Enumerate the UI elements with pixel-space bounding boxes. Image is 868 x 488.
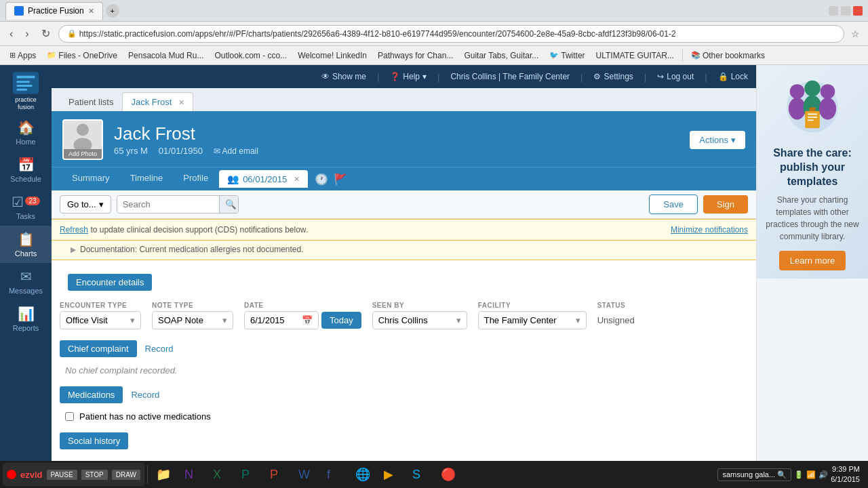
help-icon: ❓ (390, 72, 400, 81)
tab-close-btn[interactable]: ✕ (88, 7, 94, 16)
taskbar-powerpoint[interactable]: P (264, 463, 292, 486)
learn-more-btn[interactable]: Learn more (779, 251, 846, 270)
samsung-search[interactable]: samsung gala... 🔍 (717, 468, 791, 481)
bookmark-linkedin[interactable]: Welcome! LinkedIn (294, 49, 371, 62)
help-btn[interactable]: ❓ Help ▾ (390, 72, 427, 81)
taskbar-facebook[interactable]: f (321, 463, 349, 486)
publisher-icon: P (241, 468, 250, 482)
bookmark-star[interactable]: ☆ (848, 28, 863, 39)
logout-btn[interactable]: ↪ Log out (657, 72, 694, 81)
sign-btn[interactable]: Sign (703, 195, 748, 214)
encounter-tab-close[interactable]: ✕ (294, 175, 300, 184)
timeline-tab-label: Timeline (130, 173, 163, 183)
new-tab-btn[interactable]: + (106, 4, 119, 18)
notif-expand-icon[interactable]: ▶ (71, 245, 76, 254)
sign-label: Sign (717, 199, 734, 209)
no-active-medications-row: Patient has no active medications (60, 409, 748, 427)
taskbar-chrome2[interactable]: 🔴 (435, 463, 462, 486)
taskbar-sep1 (147, 465, 148, 484)
actions-btn[interactable]: Actions ▾ (690, 131, 745, 149)
taskbar-explorer[interactable]: 📁 (151, 463, 178, 486)
sidebar-logo[interactable]: practice fusion (5, 70, 46, 111)
tab-profile[interactable]: Profile (174, 167, 218, 190)
encounter-body: Refresh to update clinical decision supp… (52, 219, 756, 488)
taskbar-skype[interactable]: S (407, 463, 434, 486)
history-icon[interactable]: 🕐 (315, 173, 328, 186)
sidebar-item-reports[interactable]: 📊 Reports (0, 300, 52, 338)
ezvid-pause-btn[interactable]: PAUSE (47, 470, 77, 480)
tab-jack-frost[interactable]: Jack Frost ✕ (122, 92, 193, 111)
bookmark-onedrive[interactable]: 📁 Files - OneDrive (43, 49, 121, 62)
bookmark-guitar[interactable]: Guitar Tabs, Guitar... (460, 49, 542, 62)
refresh-btn[interactable]: ↻ (37, 26, 54, 41)
note-type-select[interactable]: SOAP Note ▾ (152, 311, 233, 329)
taskbar-mediaplayer[interactable]: ▶ (378, 463, 406, 486)
chief-complaint-record-link[interactable]: Record (145, 344, 174, 354)
sidebar-item-messages[interactable]: ✉ Messages (0, 263, 52, 300)
medications-header: Medications (60, 386, 123, 403)
taskbar-onenote[interactable]: N (179, 463, 206, 486)
encounter-fields-row: ENCOUNTER TYPE Office Visit ▾ NOTE TYPE … (60, 302, 748, 329)
tab-patient-lists[interactable]: Patient lists (60, 92, 122, 111)
sub-nav: Summary Timeline Profile 👥 06/01/2015 ✕ … (52, 167, 756, 190)
add-email-btn[interactable]: ✉ Add email (214, 146, 258, 156)
address-bar[interactable]: 🔒 https://static.practicefusion.com/apps… (58, 25, 844, 43)
settings-btn[interactable]: ⚙ Settings (593, 72, 633, 81)
show-me-btn[interactable]: 👁 Show me (321, 72, 366, 81)
sidebar-item-charts[interactable]: 📋 Charts (0, 226, 52, 263)
refresh-link[interactable]: Refresh (60, 225, 88, 235)
add-photo-btn[interactable]: Add Photo (64, 149, 102, 159)
search-btn[interactable]: 🔍 (219, 196, 239, 213)
bookmark-ultimateguitar[interactable]: ULTIMATE GUITAR... (592, 49, 678, 62)
medications-title-row: Medications Record (60, 386, 748, 403)
window-minimize[interactable] (829, 6, 838, 16)
flag-icon[interactable]: 🚩 (334, 173, 347, 186)
user-info: Chris Collins | The Family Center (450, 72, 570, 81)
sidebar-item-schedule[interactable]: 📅 Schedule (0, 151, 52, 188)
apps-icon: ⊞ (9, 51, 16, 60)
goto-btn[interactable]: Go to... ▾ (60, 195, 111, 214)
seen-by-select[interactable]: Chris Collins ▾ (372, 311, 467, 329)
window-close[interactable] (853, 6, 863, 16)
today-btn[interactable]: Today (321, 312, 361, 329)
facility-select[interactable]: The Family Center ▾ (478, 311, 587, 329)
medications-section: Medications Record Patient has no active… (52, 386, 756, 432)
taskbar-publisher[interactable]: P (236, 463, 263, 486)
forward-btn[interactable]: › (21, 26, 33, 41)
facility-chevron: ▾ (576, 315, 580, 325)
svg-point-8 (790, 84, 805, 99)
bookmark-outlook[interactable]: Outlook.com - cco... (210, 49, 291, 62)
ezvid-draw-btn[interactable]: DRAW (112, 470, 140, 480)
minimize-link[interactable]: Minimize notifications (671, 225, 748, 235)
bookmark-other[interactable]: 📚 Other bookmarks (687, 49, 769, 62)
no-active-medications-checkbox[interactable] (65, 412, 74, 421)
status-group: STATUS Unsigned (597, 302, 635, 325)
lock-btn[interactable]: 🔒 Lock (718, 72, 748, 81)
taskbar-chrome[interactable]: 🌐 (350, 463, 377, 486)
window-maximize[interactable] (841, 6, 850, 16)
ezvid-stop-btn[interactable]: STOP (81, 470, 108, 480)
tab-close-icon[interactable]: ✕ (178, 98, 184, 106)
search-input[interactable] (117, 196, 219, 213)
encounter-tab[interactable]: 👥 06/01/2015 ✕ (219, 170, 308, 188)
bookmark-pathways[interactable]: Pathways for Chan... (374, 49, 457, 62)
bookmark-mudrun[interactable]: Pensacola Mud Ru... (124, 49, 208, 62)
sidebar-item-tasks[interactable]: ☑ 23 Tasks (0, 188, 52, 226)
tab-timeline[interactable]: Timeline (121, 167, 173, 190)
facility-label: FACILITY (478, 302, 587, 309)
sidebar-item-home[interactable]: 🏠 Home (0, 114, 52, 151)
bookmark-apps[interactable]: ⊞ Apps (5, 49, 40, 62)
back-btn[interactable]: ‹ (5, 26, 17, 41)
tab-summary[interactable]: Summary (62, 167, 119, 190)
encounter-type-select[interactable]: Office Visit ▾ (60, 311, 141, 329)
taskbar-excel[interactable]: X (208, 463, 235, 486)
save-btn[interactable]: Save (649, 195, 698, 214)
taskbar-word[interactable]: W (293, 463, 320, 486)
ad-body: Share your charting templates with other… (765, 194, 860, 243)
url-text: https://static.practicefusion.com/apps/e… (79, 29, 835, 39)
medications-record-link[interactable]: Record (131, 390, 159, 400)
notification-message: Refresh to update clinical decision supp… (60, 225, 308, 235)
bookmark-twitter[interactable]: 🐦 Twitter (545, 49, 589, 62)
browser-tab[interactable]: Practice Fusion ✕ (5, 2, 103, 20)
date-input[interactable]: 6/1/2015 📅 (244, 311, 319, 329)
